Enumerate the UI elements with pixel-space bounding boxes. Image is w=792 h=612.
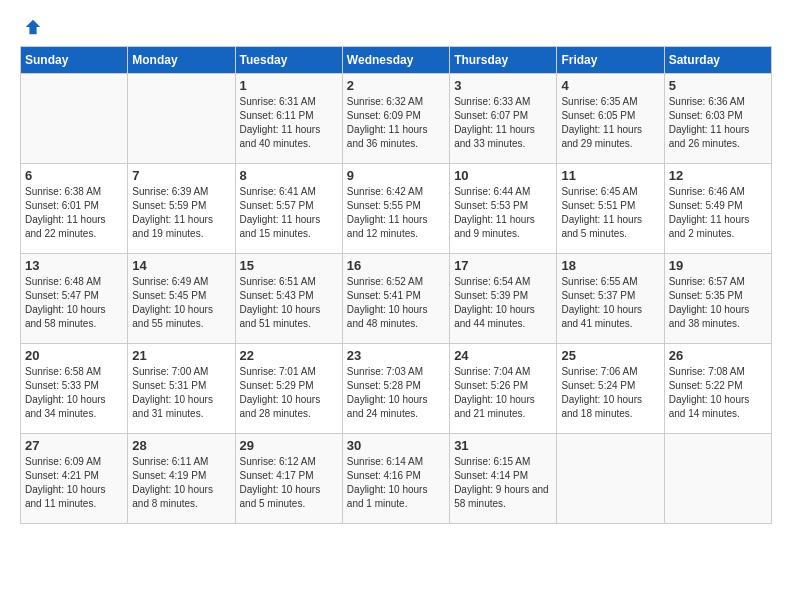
daylight-label: Daylight: 10 hours and 58 minutes. bbox=[25, 304, 106, 329]
day-info: Sunrise: 6:46 AMSunset: 5:49 PMDaylight:… bbox=[669, 185, 767, 241]
sunrise-label: Sunrise: 6:57 AM bbox=[669, 276, 745, 287]
daylight-label: Daylight: 10 hours and 1 minute. bbox=[347, 484, 428, 509]
sunrise-label: Sunrise: 6:32 AM bbox=[347, 96, 423, 107]
calendar-cell bbox=[557, 434, 664, 524]
calendar-cell: 9Sunrise: 6:42 AMSunset: 5:55 PMDaylight… bbox=[342, 164, 449, 254]
calendar-cell: 20Sunrise: 6:58 AMSunset: 5:33 PMDayligh… bbox=[21, 344, 128, 434]
daylight-label: Daylight: 10 hours and 38 minutes. bbox=[669, 304, 750, 329]
daylight-label: Daylight: 10 hours and 5 minutes. bbox=[240, 484, 321, 509]
sunrise-label: Sunrise: 6:36 AM bbox=[669, 96, 745, 107]
day-info: Sunrise: 6:58 AMSunset: 5:33 PMDaylight:… bbox=[25, 365, 123, 421]
day-number: 15 bbox=[240, 258, 338, 273]
day-info: Sunrise: 7:03 AMSunset: 5:28 PMDaylight:… bbox=[347, 365, 445, 421]
sunset-label: Sunset: 6:07 PM bbox=[454, 110, 528, 121]
day-info: Sunrise: 6:11 AMSunset: 4:19 PMDaylight:… bbox=[132, 455, 230, 511]
daylight-label: Daylight: 10 hours and 11 minutes. bbox=[25, 484, 106, 509]
calendar-cell: 8Sunrise: 6:41 AMSunset: 5:57 PMDaylight… bbox=[235, 164, 342, 254]
calendar-cell bbox=[664, 434, 771, 524]
sunset-label: Sunset: 4:17 PM bbox=[240, 470, 314, 481]
weekday-header-wednesday: Wednesday bbox=[342, 47, 449, 74]
sunset-label: Sunset: 5:57 PM bbox=[240, 200, 314, 211]
sunrise-label: Sunrise: 6:52 AM bbox=[347, 276, 423, 287]
day-info: Sunrise: 6:48 AMSunset: 5:47 PMDaylight:… bbox=[25, 275, 123, 331]
daylight-label: Daylight: 11 hours and 9 minutes. bbox=[454, 214, 535, 239]
daylight-label: Daylight: 10 hours and 51 minutes. bbox=[240, 304, 321, 329]
day-number: 21 bbox=[132, 348, 230, 363]
sunrise-label: Sunrise: 6:48 AM bbox=[25, 276, 101, 287]
sunset-label: Sunset: 6:09 PM bbox=[347, 110, 421, 121]
day-number: 23 bbox=[347, 348, 445, 363]
daylight-label: Daylight: 10 hours and 8 minutes. bbox=[132, 484, 213, 509]
day-info: Sunrise: 7:08 AMSunset: 5:22 PMDaylight:… bbox=[669, 365, 767, 421]
daylight-label: Daylight: 10 hours and 24 minutes. bbox=[347, 394, 428, 419]
day-info: Sunrise: 6:41 AMSunset: 5:57 PMDaylight:… bbox=[240, 185, 338, 241]
sunset-label: Sunset: 5:26 PM bbox=[454, 380, 528, 391]
sunset-label: Sunset: 6:01 PM bbox=[25, 200, 99, 211]
daylight-label: Daylight: 11 hours and 12 minutes. bbox=[347, 214, 428, 239]
calendar-cell: 26Sunrise: 7:08 AMSunset: 5:22 PMDayligh… bbox=[664, 344, 771, 434]
day-number: 20 bbox=[25, 348, 123, 363]
calendar-cell: 10Sunrise: 6:44 AMSunset: 5:53 PMDayligh… bbox=[450, 164, 557, 254]
sunrise-label: Sunrise: 6:31 AM bbox=[240, 96, 316, 107]
sunrise-label: Sunrise: 6:12 AM bbox=[240, 456, 316, 467]
day-info: Sunrise: 6:57 AMSunset: 5:35 PMDaylight:… bbox=[669, 275, 767, 331]
sunset-label: Sunset: 5:49 PM bbox=[669, 200, 743, 211]
day-number: 29 bbox=[240, 438, 338, 453]
sunset-label: Sunset: 5:37 PM bbox=[561, 290, 635, 301]
sunrise-label: Sunrise: 6:49 AM bbox=[132, 276, 208, 287]
sunrise-label: Sunrise: 7:00 AM bbox=[132, 366, 208, 377]
day-info: Sunrise: 6:42 AMSunset: 5:55 PMDaylight:… bbox=[347, 185, 445, 241]
day-number: 25 bbox=[561, 348, 659, 363]
sunrise-label: Sunrise: 7:08 AM bbox=[669, 366, 745, 377]
day-number: 4 bbox=[561, 78, 659, 93]
daylight-label: Daylight: 10 hours and 55 minutes. bbox=[132, 304, 213, 329]
day-number: 27 bbox=[25, 438, 123, 453]
weekday-header-tuesday: Tuesday bbox=[235, 47, 342, 74]
day-number: 12 bbox=[669, 168, 767, 183]
day-number: 18 bbox=[561, 258, 659, 273]
day-info: Sunrise: 6:52 AMSunset: 5:41 PMDaylight:… bbox=[347, 275, 445, 331]
page-header bbox=[20, 20, 772, 36]
day-info: Sunrise: 6:15 AMSunset: 4:14 PMDaylight:… bbox=[454, 455, 552, 511]
day-info: Sunrise: 6:33 AMSunset: 6:07 PMDaylight:… bbox=[454, 95, 552, 151]
sunset-label: Sunset: 5:41 PM bbox=[347, 290, 421, 301]
day-number: 11 bbox=[561, 168, 659, 183]
sunrise-label: Sunrise: 7:04 AM bbox=[454, 366, 530, 377]
weekday-header-saturday: Saturday bbox=[664, 47, 771, 74]
sunrise-label: Sunrise: 7:06 AM bbox=[561, 366, 637, 377]
day-info: Sunrise: 6:44 AMSunset: 5:53 PMDaylight:… bbox=[454, 185, 552, 241]
calendar-cell: 27Sunrise: 6:09 AMSunset: 4:21 PMDayligh… bbox=[21, 434, 128, 524]
sunrise-label: Sunrise: 6:42 AM bbox=[347, 186, 423, 197]
day-info: Sunrise: 7:01 AMSunset: 5:29 PMDaylight:… bbox=[240, 365, 338, 421]
daylight-label: Daylight: 11 hours and 19 minutes. bbox=[132, 214, 213, 239]
calendar-week-row: 13Sunrise: 6:48 AMSunset: 5:47 PMDayligh… bbox=[21, 254, 772, 344]
calendar-cell: 19Sunrise: 6:57 AMSunset: 5:35 PMDayligh… bbox=[664, 254, 771, 344]
sunset-label: Sunset: 5:55 PM bbox=[347, 200, 421, 211]
sunrise-label: Sunrise: 6:55 AM bbox=[561, 276, 637, 287]
daylight-label: Daylight: 11 hours and 22 minutes. bbox=[25, 214, 106, 239]
day-number: 26 bbox=[669, 348, 767, 363]
daylight-label: Daylight: 10 hours and 14 minutes. bbox=[669, 394, 750, 419]
sunrise-label: Sunrise: 6:45 AM bbox=[561, 186, 637, 197]
calendar-cell: 17Sunrise: 6:54 AMSunset: 5:39 PMDayligh… bbox=[450, 254, 557, 344]
sunset-label: Sunset: 5:33 PM bbox=[25, 380, 99, 391]
day-info: Sunrise: 7:06 AMSunset: 5:24 PMDaylight:… bbox=[561, 365, 659, 421]
day-number: 31 bbox=[454, 438, 552, 453]
sunrise-label: Sunrise: 6:58 AM bbox=[25, 366, 101, 377]
sunset-label: Sunset: 6:11 PM bbox=[240, 110, 314, 121]
day-number: 10 bbox=[454, 168, 552, 183]
daylight-label: Daylight: 11 hours and 36 minutes. bbox=[347, 124, 428, 149]
day-number: 13 bbox=[25, 258, 123, 273]
day-info: Sunrise: 6:09 AMSunset: 4:21 PMDaylight:… bbox=[25, 455, 123, 511]
calendar-week-row: 27Sunrise: 6:09 AMSunset: 4:21 PMDayligh… bbox=[21, 434, 772, 524]
calendar-cell: 7Sunrise: 6:39 AMSunset: 5:59 PMDaylight… bbox=[128, 164, 235, 254]
calendar-cell: 1Sunrise: 6:31 AMSunset: 6:11 PMDaylight… bbox=[235, 74, 342, 164]
calendar-cell: 23Sunrise: 7:03 AMSunset: 5:28 PMDayligh… bbox=[342, 344, 449, 434]
calendar-cell: 16Sunrise: 6:52 AMSunset: 5:41 PMDayligh… bbox=[342, 254, 449, 344]
calendar-cell: 12Sunrise: 6:46 AMSunset: 5:49 PMDayligh… bbox=[664, 164, 771, 254]
daylight-label: Daylight: 10 hours and 31 minutes. bbox=[132, 394, 213, 419]
calendar-cell: 21Sunrise: 7:00 AMSunset: 5:31 PMDayligh… bbox=[128, 344, 235, 434]
svg-marker-0 bbox=[26, 20, 40, 34]
day-number: 16 bbox=[347, 258, 445, 273]
sunrise-label: Sunrise: 6:46 AM bbox=[669, 186, 745, 197]
